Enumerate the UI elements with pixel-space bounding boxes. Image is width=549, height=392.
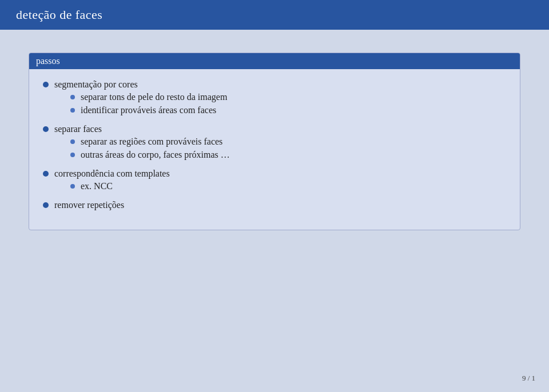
subitem-text: ex. NCC — [81, 181, 113, 191]
slide-title: deteção de faces — [16, 7, 102, 22]
item-text: correspondência com templates — [54, 169, 170, 178]
bullet-dot-small — [70, 139, 75, 144]
list-item: separar faces separar as regiões com pro… — [43, 124, 506, 163]
subitem-text: outras áreas do corpo, faces próximas … — [81, 150, 230, 160]
bullet-dot — [43, 126, 49, 132]
main-list: segmentação por cores separar tons de pe… — [43, 79, 506, 210]
subitem-text: identificar prováveis áreas com faces — [81, 105, 216, 115]
bullet-dot — [43, 202, 49, 208]
list-item: identificar prováveis áreas com faces — [70, 105, 227, 115]
bullet-dot-small — [70, 95, 75, 99]
box-header: passos — [29, 53, 520, 69]
sub-list: ex. NCC — [70, 181, 170, 191]
header-bar: deteção de faces — [0, 0, 549, 30]
bullet-dot — [43, 82, 49, 87]
item-text: segmentação por cores — [54, 79, 138, 89]
bullet-dot-small — [70, 184, 75, 189]
bullet-dot — [43, 171, 49, 177]
subitem-text: separar tons de pele do resto da imagem — [81, 92, 227, 102]
item-text: separar faces — [54, 124, 102, 134]
list-item: remover repetições — [43, 200, 506, 210]
list-item: ex. NCC — [70, 181, 170, 191]
item-text: remover repetições — [54, 200, 124, 210]
bullet-dot-small — [70, 108, 75, 113]
main-content: passos segmentação por cores separar ton… — [0, 30, 549, 253]
list-item: separar as regiões com prováveis faces — [70, 137, 230, 147]
content-box: passos segmentação por cores separar ton… — [29, 53, 520, 230]
list-item: correspondência com templates ex. NCC — [43, 169, 506, 194]
list-item: outras áreas do corpo, faces próximas … — [70, 150, 230, 160]
page-number: 9 / 1 — [522, 374, 535, 383]
bullet-dot-small — [70, 153, 75, 157]
sub-list: separar as regiões com prováveis faces o… — [70, 137, 230, 160]
list-item: separar tons de pele do resto da imagem — [70, 92, 227, 102]
list-item: segmentação por cores separar tons de pe… — [43, 79, 506, 118]
sub-list: separar tons de pele do resto da imagem … — [70, 92, 227, 115]
subitem-text: separar as regiões com prováveis faces — [81, 137, 222, 147]
